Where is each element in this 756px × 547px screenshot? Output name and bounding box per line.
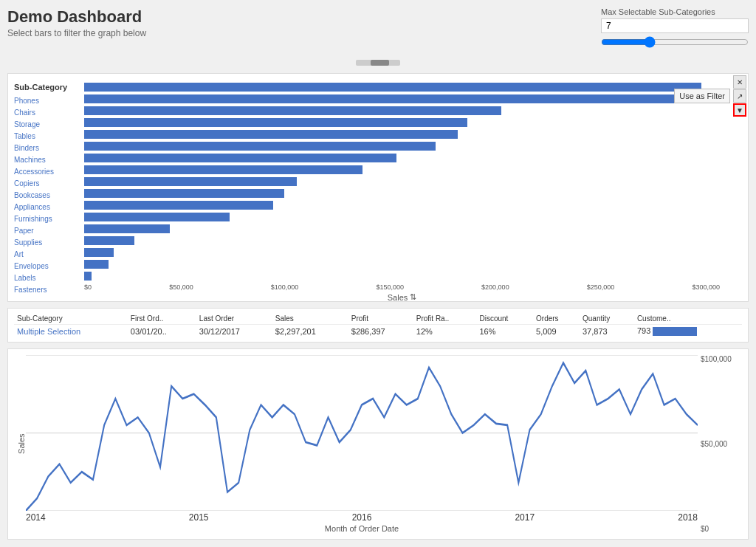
bar-label: Art [14, 248, 84, 260]
customers-cell: 793 [634, 325, 742, 338]
export-button[interactable]: ↗ [733, 89, 746, 103]
bar-chart-panel: ✕ ↗ ▼ Use as Filter Sub-Category PhonesC… [7, 73, 749, 302]
bar-row[interactable] [84, 152, 720, 164]
line-chart-svg [26, 355, 698, 511]
bar [84, 130, 458, 139]
close-button[interactable]: ✕ [733, 75, 746, 89]
table-header-row: Sub-CategoryFirst Ord..Last OrderSalesPr… [14, 313, 742, 325]
max-selectable-input[interactable] [601, 18, 749, 33]
profit-rate-cell: 12% [413, 325, 477, 338]
x-axis-tick: $200,000 [481, 283, 509, 291]
chart-area: 2014 2015 2016 2017 2018 Month of Order … [26, 355, 698, 533]
last-order-cell: 30/12/2017 [196, 325, 272, 338]
bar-row[interactable] [84, 258, 720, 270]
x-axis-tick: $100,000 [271, 283, 299, 291]
table-header: Sub-Category [14, 313, 128, 325]
bar-row[interactable] [84, 199, 720, 211]
bar-row[interactable] [84, 105, 720, 117]
y-value-100k: $100,000 [701, 355, 742, 363]
line-chart-inner: Sales 2014 2015 2016 2017 2018 Month of … [14, 355, 742, 533]
bar [84, 94, 682, 103]
subcategory-cell: Multiple Selection [14, 325, 128, 338]
filter-button[interactable]: ▼ [733, 103, 746, 117]
bar-row[interactable] [84, 93, 720, 105]
bar-label: Envelopes [14, 260, 84, 272]
table-header: Quantity [580, 313, 634, 325]
bar-row[interactable] [84, 140, 720, 152]
bar-row[interactable] [84, 164, 720, 176]
bar-row[interactable] [84, 270, 720, 282]
sales-cell: $2,297,201 [272, 325, 348, 338]
bar-row[interactable] [84, 188, 720, 199]
bar [84, 236, 134, 245]
bar-labels: PhonesChairsStorageTablesBindersMachines… [14, 94, 84, 295]
bar [84, 213, 230, 221]
bar [84, 201, 273, 210]
max-selectable-slider[interactable] [601, 36, 749, 48]
bar [84, 106, 501, 115]
bar [84, 177, 297, 186]
bar-row[interactable] [84, 117, 720, 128]
bar-row[interactable] [84, 247, 720, 258]
bar-row[interactable] [84, 223, 720, 235]
x-label-2015: 2015 [189, 512, 209, 523]
bars-container [84, 81, 720, 282]
bar-label: Paper [14, 224, 84, 236]
first-order-cell: 03/01/20.. [128, 325, 196, 338]
max-selectable-label: Max Selectable Sub-Categories [601, 7, 715, 16]
bar-chart-content: Sub-Category PhonesChairsStorageTablesBi… [14, 80, 742, 295]
bar-label: Binders [14, 142, 84, 154]
y-value-0: $0 [701, 525, 742, 533]
bar-row[interactable] [84, 211, 720, 223]
bar-label: Labels [14, 272, 84, 283]
x-axis-tick: $50,000 [169, 283, 193, 291]
table-header: Custome.. [634, 313, 742, 325]
x-axis-tick: $0 [84, 283, 92, 291]
x-axis-bottom: 2014 2015 2016 2017 2018 [26, 511, 698, 523]
bar [84, 83, 701, 92]
bar [84, 260, 109, 269]
x-axis-title: Sales ⇅ [84, 292, 720, 302]
bar [84, 248, 114, 257]
bar [84, 142, 436, 151]
profit-cell: $286,397 [348, 325, 413, 338]
sparkbar [653, 327, 697, 336]
bar [84, 154, 396, 162]
table-header: Orders [533, 313, 580, 325]
bar-label: Phones [14, 94, 84, 106]
y-value-50k: $50,000 [701, 440, 742, 448]
table-data-row: Multiple Selection 03/01/20.. 30/12/2017… [14, 325, 742, 338]
data-table-panel: Sub-CategoryFirst Ord..Last OrderSalesPr… [7, 308, 749, 343]
y-axis-values: $100,000 $50,000 $0 [698, 355, 742, 533]
bar-label: Supplies [14, 236, 84, 248]
line-chart-panel: Sales 2014 2015 2016 2017 2018 Month of … [7, 348, 749, 540]
bar-label: Furnishings [14, 213, 84, 224]
panel-toolbar: ✕ ↗ ▼ Use as Filter [733, 75, 746, 117]
x-axis-tick: $300,000 [692, 283, 720, 291]
x-axis-labels: $0$50,000$100,000$150,000$200,000$250,00… [84, 283, 720, 291]
table-header: Discount [476, 313, 533, 325]
bar-row[interactable] [84, 81, 720, 93]
x-axis-tick: $250,000 [587, 283, 615, 291]
dashboard-subtitle: Select bars to filter the graph below [7, 28, 146, 38]
bar-row[interactable] [84, 128, 720, 140]
use-as-filter-tooltip: Use as Filter [674, 89, 730, 103]
discount-cell: 16% [476, 325, 533, 338]
x-label-2014: 2014 [26, 512, 46, 523]
bar [84, 118, 467, 127]
dashboard-title: Demo Dashboard [7, 7, 146, 27]
x-label-2017: 2017 [515, 512, 535, 523]
dashboard-container: Demo Dashboard Select bars to filter the… [0, 0, 756, 547]
y-axis-label: Sales [14, 355, 26, 533]
table-header: Sales [272, 313, 348, 325]
bar-label: Appliances [14, 201, 84, 213]
bar-row[interactable] [84, 235, 720, 247]
bar-label: Bookcases [14, 189, 84, 201]
title-area: Demo Dashboard Select bars to filter the… [7, 7, 146, 38]
x-axis-tick: $150,000 [376, 283, 404, 291]
bar [84, 224, 170, 233]
bar-row[interactable] [84, 176, 720, 188]
scrollbar-thumb [371, 60, 389, 66]
bar-label: Machines [14, 154, 84, 165]
scroll-indicator [7, 60, 749, 66]
